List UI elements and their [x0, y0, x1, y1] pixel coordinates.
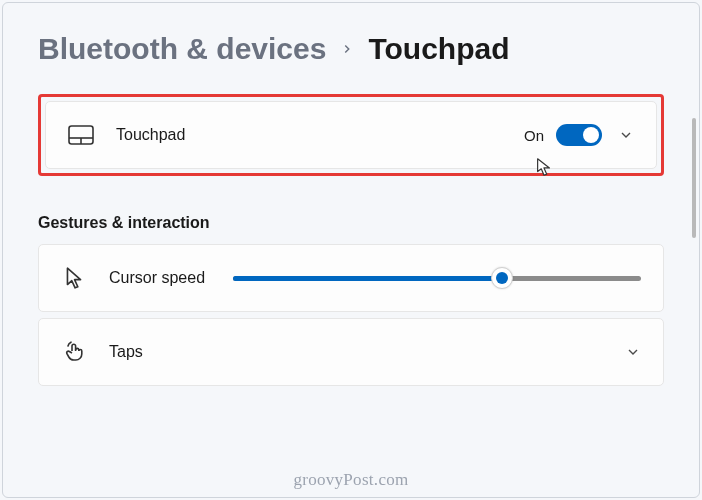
cursor-arrow-icon [61, 265, 87, 291]
slider-thumb[interactable] [491, 267, 513, 289]
section-title: Gestures & interaction [38, 214, 664, 232]
cursor-speed-label: Cursor speed [109, 269, 205, 287]
expand-chevron-icon[interactable] [618, 127, 634, 143]
breadcrumb-parent-link[interactable]: Bluetooth & devices [38, 32, 326, 66]
cursor-speed-card: Cursor speed [38, 244, 664, 312]
watermark: groovyPost.com [293, 470, 408, 490]
taps-label: Taps [109, 343, 143, 361]
chevron-right-icon [340, 36, 354, 62]
taps-card[interactable]: Taps [38, 318, 664, 386]
scrollbar[interactable] [692, 118, 696, 238]
highlight-annotation: Touchpad On [38, 94, 664, 176]
touchpad-icon [68, 122, 94, 148]
breadcrumb: Bluetooth & devices Touchpad [38, 32, 664, 66]
cursor-speed-slider[interactable] [233, 276, 641, 281]
breadcrumb-current: Touchpad [368, 32, 509, 66]
taps-icon [61, 339, 87, 365]
toggle-state-label: On [524, 127, 544, 144]
touchpad-toggle-card[interactable]: Touchpad On [45, 101, 657, 169]
expand-chevron-icon[interactable] [625, 344, 641, 360]
touchpad-toggle[interactable] [556, 124, 602, 146]
touchpad-label: Touchpad [116, 126, 185, 144]
